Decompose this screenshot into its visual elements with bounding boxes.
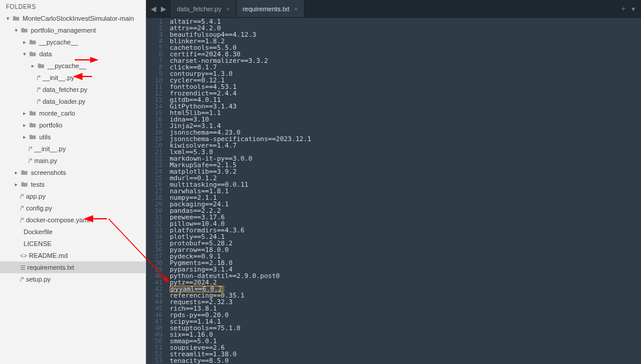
code-line[interactable]: cachetools==5.5.0 — [170, 44, 641, 51]
tree-item-label: __pycache__ — [47, 62, 86, 69]
code-line[interactable]: idna==3.10 — [170, 116, 641, 123]
code-line[interactable]: matplotlib==3.9.2 — [170, 168, 641, 175]
chevron-down-icon[interactable]: ▾ — [5, 15, 11, 21]
code-line[interactable]: streamlit==1.38.0 — [170, 351, 641, 357]
chevron-right-icon[interactable]: ▸ — [21, 110, 27, 116]
code-line[interactable]: setuptools==75.1.0 — [170, 325, 641, 331]
code-line[interactable]: platformdirs==4.3.6 — [170, 227, 641, 234]
code-line[interactable]: fonttools==4.53.1 — [170, 84, 641, 90]
code-line[interactable]: charset-normalizer==3.3.2 — [170, 58, 641, 64]
code-line[interactable]: MarkupSafe==2.1.5 — [170, 162, 641, 168]
tree-file[interactable]: ▸<>README.md — [0, 250, 145, 261]
tree-file[interactable]: ▸ LICENSE — [0, 238, 145, 250]
code-line[interactable]: scipy==1.14.1 — [170, 318, 641, 325]
tab-nav-right-icon[interactable]: ▶ — [161, 5, 166, 13]
tree-file[interactable]: ▸☰requirements.txt — [0, 261, 145, 273]
code-line[interactable]: kiwisolver==1.4.7 — [170, 142, 641, 149]
tab-nav-left-icon[interactable]: ◀ — [151, 5, 156, 13]
tree-file[interactable]: ▸/*app.py — [0, 190, 145, 202]
code-line[interactable]: click==8.1.7 — [170, 64, 641, 71]
code-line[interactable]: numpy==2.1.1 — [170, 194, 641, 201]
code-line[interactable]: rpds-py==0.20.0 — [170, 312, 641, 318]
code-line[interactable]: pyarrow==18.0.0 — [170, 247, 641, 253]
code-line[interactable]: pytz==2024.2 — [170, 279, 641, 286]
chevron-right-icon[interactable]: ▸ — [30, 63, 36, 69]
code-line[interactable]: altair==5.4.1 — [170, 18, 641, 25]
tree-folder[interactable]: ▸monte_carlo — [0, 107, 145, 119]
chevron-down-icon[interactable]: ▾ — [21, 51, 27, 57]
code-line[interactable]: peewee==3.17.6 — [170, 214, 641, 221]
tree-item-label: __init__.py — [43, 74, 74, 81]
chevron-down-icon[interactable]: ▾ — [13, 27, 19, 33]
editor-tab[interactable]: data_fetcher.py× — [171, 0, 237, 17]
code-line[interactable]: smmap==5.0.1 — [170, 338, 641, 344]
chevron-right-icon[interactable]: ▸ — [13, 170, 19, 175]
tree-file[interactable]: ▸/*docker-compose.yaml — [0, 214, 145, 226]
tree-folder[interactable]: ▾data — [0, 48, 145, 60]
tree-file[interactable]: ▸/*__init__.py — [0, 143, 145, 155]
chevron-right-icon[interactable]: ▸ — [21, 39, 27, 45]
tree-item-label: MonteCarloStockInvestSimulator-main — [23, 15, 134, 22]
code-line[interactable]: cycler==0.12.1 — [170, 77, 641, 84]
editor-tab[interactable]: requirements.txt× — [237, 0, 304, 17]
code-line[interactable]: blinker==1.8.2 — [170, 38, 641, 44]
tree-folder[interactable]: ▸tests — [0, 178, 145, 190]
tree-folder[interactable]: ▸utils — [0, 131, 145, 143]
code-line[interactable]: requests==2.32.3 — [170, 299, 641, 305]
python-file-icon: /* — [37, 75, 41, 81]
code-line[interactable]: soupsieve==2.6 — [170, 344, 641, 351]
code-line[interactable]: pandas==2.2.2 — [170, 207, 641, 214]
tab-nav-buttons[interactable]: ◀ ▶ — [146, 0, 171, 17]
code-line[interactable]: protobuf==5.28.2 — [170, 240, 641, 247]
close-icon[interactable]: × — [226, 5, 230, 12]
chevron-right-icon[interactable]: ▸ — [21, 122, 27, 128]
code-line[interactable]: packaging==24.1 — [170, 201, 641, 207]
code-content[interactable]: altair==5.4.1attrs==24.2.0beautifulsoup4… — [166, 18, 641, 364]
tree-file[interactable]: ▸ Dockerfile — [0, 226, 145, 238]
code-line[interactable]: frozendict==2.4.4 — [170, 90, 641, 97]
tree-file[interactable]: ▸/*config.py — [0, 202, 145, 214]
tree-folder[interactable]: ▸__pycache__ — [0, 36, 145, 48]
code-editor[interactable]: 1234567891011121314151617181920212223242… — [146, 18, 641, 364]
tree-folder[interactable]: ▸portfolio — [0, 119, 145, 131]
code-line[interactable]: html5lib==1.1 — [170, 110, 641, 116]
code-line[interactable]: GitPython==3.1.43 — [170, 103, 641, 110]
code-line[interactable]: six==1.16.0 — [170, 331, 641, 338]
code-line[interactable]: referencing==0.35.1 — [170, 292, 641, 299]
tree-folder[interactable]: ▾portfolio_management — [0, 24, 145, 36]
code-line[interactable]: jsonschema-specifications==2023.12.1 — [170, 136, 641, 142]
tree-file[interactable]: ▸/*setup.py — [0, 273, 145, 285]
tree-item-label: utils — [39, 133, 51, 141]
close-icon[interactable]: × — [294, 5, 298, 12]
tree-file[interactable]: ▸/*data_loader.py — [0, 95, 145, 107]
tree-folder[interactable]: ▸screenshots — [0, 167, 145, 178]
tree-folder[interactable]: ▸__pycache__ — [0, 60, 145, 72]
tree-file[interactable]: ▸/*main.py — [0, 155, 145, 167]
new-tab-icon[interactable]: + — [621, 5, 626, 13]
tree-folder[interactable]: ▾MonteCarloStockInvestSimulator-main — [0, 12, 145, 24]
code-line[interactable]: tenacity==8.5.0 — [170, 357, 641, 364]
tab-right-controls[interactable]: + ▾ — [615, 0, 641, 17]
code-line[interactable]: plotly==5.24.1 — [170, 234, 641, 240]
folder-tree[interactable]: ▾MonteCarloStockInvestSimulator-main▾por… — [0, 12, 145, 364]
code-line[interactable]: pydeck==0.9.1 — [170, 253, 641, 260]
code-line[interactable]: narwhals==1.8.1 — [170, 188, 641, 194]
tab-overflow-icon[interactable]: ▾ — [632, 5, 635, 13]
code-line[interactable]: markdown-it-py==3.0.0 — [170, 155, 641, 162]
folder-icon — [28, 133, 37, 141]
code-line[interactable]: contourpy==1.3.0 — [170, 71, 641, 77]
tree-item-label: screenshots — [31, 169, 66, 176]
code-line[interactable]: Pygments==2.18.0 — [170, 260, 641, 266]
tree-item-label: monte_carlo — [39, 110, 75, 117]
tree-file[interactable]: ▸/*__init__.py — [0, 72, 145, 84]
chevron-right-icon[interactable]: ▸ — [13, 181, 19, 187]
code-line[interactable]: Jinja2==3.1.4 — [170, 123, 641, 129]
code-line[interactable]: python-dateutil==2.9.0.post0 — [170, 273, 641, 279]
code-line[interactable]: gitdb==4.0.11 — [170, 97, 641, 103]
code-line[interactable]: multitasking==0.0.11 — [170, 181, 641, 188]
chevron-right-icon[interactable]: ▸ — [21, 134, 27, 140]
python-file-icon: /* — [28, 158, 33, 164]
code-line[interactable]: beautifulsoup4==4.12.3 — [170, 31, 641, 38]
tree-file[interactable]: ▸/*data_fetcher.py — [0, 84, 145, 95]
code-line[interactable]: rich==13.8.1 — [170, 305, 641, 312]
